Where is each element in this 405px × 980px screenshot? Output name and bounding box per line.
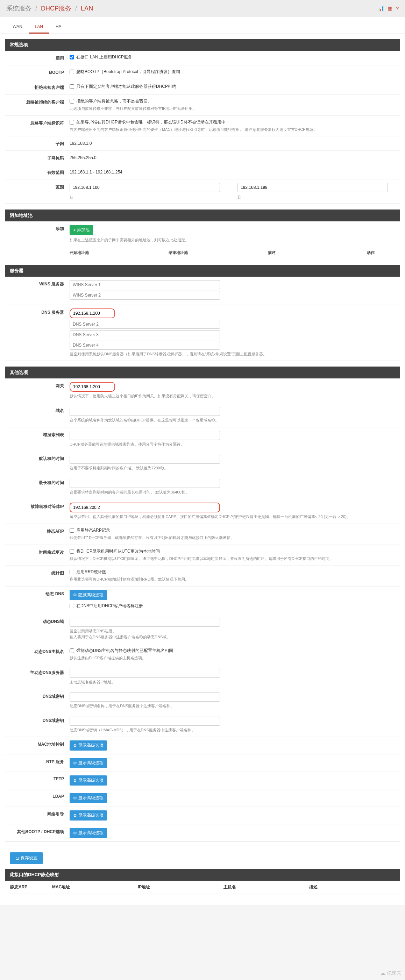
gear-icon bbox=[73, 778, 77, 783]
save-button[interactable]: 保存设置 bbox=[10, 852, 43, 864]
label-ddns-domain: 动态DNS域 bbox=[10, 618, 70, 625]
deny-unknown-checkbox[interactable] bbox=[70, 84, 74, 89]
ddns-key-secret-input[interactable] bbox=[70, 717, 220, 726]
static-map-table-header: 静态ARP MAC地址 IP地址 主机名 描述 bbox=[5, 881, 400, 894]
range-to-input[interactable] bbox=[237, 183, 388, 192]
breadcrumb-link-service[interactable]: DHCP服务 bbox=[41, 5, 71, 12]
label-ignore-denied: 忽略被拒绝的客户端 bbox=[10, 98, 70, 105]
stats-checkbox[interactable] bbox=[70, 570, 74, 574]
label-default-lease: 默认租约时间 bbox=[10, 455, 70, 462]
label-bootp-opts: 其他BOOTP / DHCP选项 bbox=[10, 828, 70, 835]
label-enable: 启用 bbox=[10, 54, 70, 61]
netboot-toggle-button[interactable]: 显示高级选项 bbox=[70, 810, 107, 821]
search-list-input[interactable] bbox=[70, 431, 220, 440]
label-deny-unknown: 拒绝未知客户端 bbox=[10, 84, 70, 91]
dns4-input[interactable] bbox=[70, 340, 220, 350]
section-static-map: 此接口的DHCP静态映射 bbox=[5, 869, 400, 881]
subnet-value: 192.168.1.0 bbox=[70, 140, 395, 146]
dns3-input[interactable] bbox=[70, 330, 220, 339]
chart-icon[interactable]: 📊 bbox=[377, 5, 384, 11]
tab-lan[interactable]: LAN bbox=[29, 21, 49, 33]
add-pool-button[interactable]: 添加池 bbox=[70, 225, 93, 235]
label-max-lease: 最长租约时间 bbox=[10, 479, 70, 486]
tab-wan[interactable]: WAN bbox=[6, 21, 29, 33]
save-icon bbox=[15, 856, 19, 861]
ddns-domain-input[interactable] bbox=[70, 618, 220, 627]
static-arp-checkbox[interactable] bbox=[70, 528, 74, 533]
label-ddns: 动态 DNS bbox=[10, 590, 70, 597]
breadcrumb-link-interface[interactable]: LAN bbox=[81, 5, 93, 12]
help-icon[interactable]: ? bbox=[396, 5, 399, 11]
label-ignore-client-id: 忽略客户端标识符 bbox=[10, 119, 70, 126]
label-failover: 故障转移对等体IP bbox=[10, 503, 70, 509]
bootp-opts-toggle-button[interactable]: 显示高级选项 bbox=[70, 828, 107, 838]
dns1-input[interactable] bbox=[70, 309, 115, 318]
wins2-input[interactable] bbox=[70, 291, 220, 300]
ldap-toggle-button[interactable]: 显示高级选项 bbox=[70, 793, 107, 803]
section-general: 常规选项 bbox=[5, 39, 400, 51]
label-dns: DNS 服务器 bbox=[10, 309, 70, 315]
label-ntp: NTP 服务 bbox=[10, 758, 70, 765]
label-ldap: LDAP bbox=[10, 793, 70, 799]
wins1-input[interactable] bbox=[70, 280, 220, 289]
label-time-format: 时间格式更改 bbox=[10, 549, 70, 555]
range-from-input[interactable] bbox=[70, 183, 220, 192]
plus-icon bbox=[73, 228, 76, 232]
pool-table: 开始地址池 结束地址池 描述 动作 bbox=[70, 247, 395, 255]
gateway-input[interactable] bbox=[70, 382, 115, 392]
time-format-checkbox[interactable] bbox=[70, 549, 74, 554]
label-static-arp: 静态ARP bbox=[10, 527, 70, 535]
mask-value: 255.255.255.0 bbox=[70, 154, 395, 160]
label-domain: 域名 bbox=[10, 407, 70, 414]
label-add-pool: 添加 bbox=[10, 225, 70, 232]
interface-tabs: WAN LAN HA bbox=[0, 17, 405, 34]
label-stats: 统计图 bbox=[10, 569, 70, 576]
label-search-list: 域搜索列表 bbox=[10, 431, 70, 438]
label-ddns-primary: 主动态DNS服务器 bbox=[10, 669, 70, 676]
log-icon[interactable]: ▦ bbox=[388, 5, 392, 11]
bootp-checkbox[interactable] bbox=[70, 70, 74, 74]
section-other: 其他选项 bbox=[5, 366, 400, 379]
enable-checkbox[interactable] bbox=[70, 55, 74, 59]
page-header: 系统服务 / DHCP服务 / LAN 📊 ▦ ? bbox=[0, 0, 405, 17]
ddns-toggle-button[interactable]: 隐藏高级选项 bbox=[70, 590, 107, 600]
ddns-primary-input[interactable] bbox=[70, 669, 220, 678]
label-netboot: 网络引导 bbox=[10, 810, 70, 818]
default-lease-input[interactable] bbox=[70, 455, 220, 464]
label-ddns-hostname: 动态DNS主机名 bbox=[10, 648, 70, 655]
label-bootp: BOOTP bbox=[10, 69, 70, 75]
label-tftp: TFTP bbox=[10, 775, 70, 781]
gear-icon bbox=[73, 796, 77, 800]
ignore-client-id-checkbox[interactable] bbox=[70, 120, 74, 124]
ddns-hostname-checkbox[interactable] bbox=[70, 648, 74, 653]
gear-icon bbox=[73, 743, 77, 748]
available-range-value: 192.168.1.1 - 192.168.1.254 bbox=[70, 169, 395, 175]
label-mac-control: MAC地址控制 bbox=[10, 740, 70, 748]
ddns-key-name-input[interactable] bbox=[70, 692, 220, 702]
label-available-range: 有效范围 bbox=[10, 169, 70, 176]
gear-icon bbox=[73, 592, 77, 597]
section-pool: 附加地址池 bbox=[5, 210, 400, 221]
label-subnet: 子网 bbox=[10, 140, 70, 147]
ntp-toggle-button[interactable]: 显示高级选项 bbox=[70, 758, 107, 768]
gear-icon bbox=[73, 813, 77, 818]
gear-icon bbox=[73, 761, 77, 765]
gear-icon bbox=[73, 830, 77, 835]
breadcrumb-root: 系统服务 bbox=[6, 5, 32, 12]
tab-ha[interactable]: HA bbox=[49, 21, 68, 33]
ignore-denied-checkbox[interactable] bbox=[70, 99, 74, 103]
max-lease-input[interactable] bbox=[70, 479, 220, 488]
label-range: 范围 bbox=[10, 183, 70, 190]
section-servers: 服务器 bbox=[5, 265, 400, 277]
dns2-input[interactable] bbox=[70, 320, 220, 329]
failover-input[interactable] bbox=[70, 503, 220, 512]
tftp-toggle-button[interactable]: 显示高级选项 bbox=[70, 775, 107, 786]
label-wins: WINS 服务器 bbox=[10, 280, 70, 287]
label-ddns-key-name: DNS域密钥 bbox=[10, 692, 70, 700]
domain-input[interactable] bbox=[70, 407, 220, 416]
ddns-enable-checkbox[interactable] bbox=[70, 604, 74, 608]
breadcrumb: 系统服务 / DHCP服务 / LAN bbox=[6, 4, 93, 13]
label-mask: 子网掩码 bbox=[10, 154, 70, 161]
label-ddns-key-secret: DNS域密钥 bbox=[10, 717, 70, 724]
mac-toggle-button[interactable]: 显示高级选项 bbox=[70, 740, 107, 751]
